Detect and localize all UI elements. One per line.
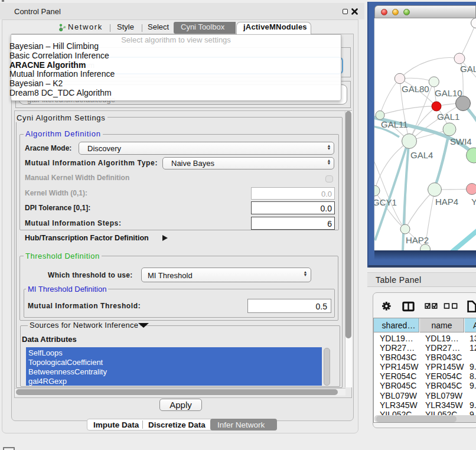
svg-text:GAL4: GAL4 [410, 150, 433, 160]
svg-text:SWI4: SWI4 [450, 136, 472, 146]
svg-text:GAL80: GAL80 [402, 84, 429, 94]
svg-text:GAL1: GAL1 [437, 112, 459, 122]
svg-text:GAL10: GAL10 [435, 88, 462, 98]
svg-text:HAP4: HAP4 [435, 197, 458, 207]
svg-text:Y: Y [471, 197, 476, 207]
svg-text:GAL: GAL [460, 64, 476, 74]
svg-text:GAL11: GAL11 [381, 119, 408, 129]
svg-text:GCY1: GCY1 [374, 197, 397, 207]
svg-text:HAP2: HAP2 [406, 235, 429, 245]
